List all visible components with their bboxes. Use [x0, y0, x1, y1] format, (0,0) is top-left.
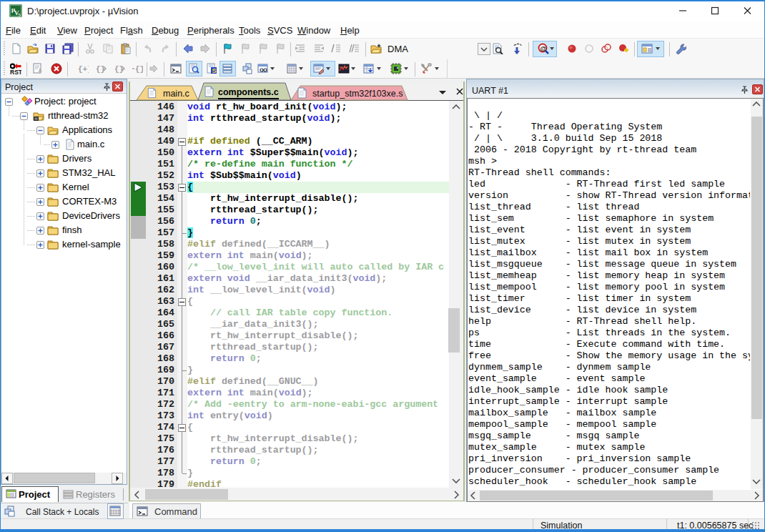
- svg-text:{+}: {+}: [78, 65, 89, 74]
- svg-text:{}: {}: [135, 65, 143, 74]
- svg-text:RST: RST: [10, 69, 21, 75]
- svg-text:S: S: [212, 67, 217, 74]
- svg-text:@: @: [540, 44, 546, 52]
